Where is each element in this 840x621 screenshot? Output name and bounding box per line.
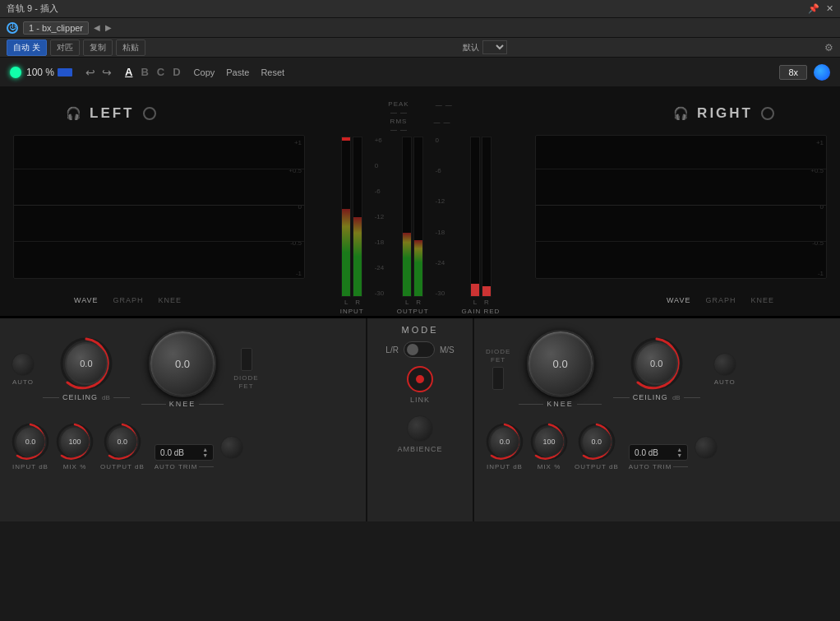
copy-btn[interactable]: 复制 (83, 39, 113, 56)
ab-btn-b[interactable]: B (141, 66, 148, 78)
left-knee-btn[interactable]: KNEE (159, 296, 182, 304)
default-select[interactable] (482, 40, 507, 54)
right-diode-btn[interactable] (492, 367, 504, 390)
rms-dash-l: — (390, 126, 397, 133)
right-input-knob: 0.0 INPUT dB (486, 423, 524, 470)
center-controls: MODE L/R M/S LINK AMBIENCE (366, 318, 474, 521)
right-output-label: OUTPUT dB (575, 463, 619, 470)
auto-off-btn[interactable]: 自动 关 (7, 39, 47, 56)
right-fet-label: FET (491, 356, 505, 364)
right-auto-trim-input[interactable]: 0.0 dB ▲ ▼ (629, 444, 688, 461)
left-fet-label: FET (238, 382, 253, 390)
toolbar2: 自动 关 对匹 复制 粘贴 默认 ⚙ (0, 38, 840, 58)
close-icon[interactable]: ✕ (826, 3, 833, 14)
ambience-label: AMBIENCE (397, 445, 442, 453)
output-meter-group: 0 -6 -12 -18 -24 -30 L R OUTPUT (397, 137, 429, 315)
reset-action-btn[interactable]: Reset (261, 67, 284, 77)
left-output-value: 0.0 (118, 438, 128, 446)
mode-toggle-switch[interactable] (404, 341, 435, 358)
left-channel-header: 🎧 LEFT (66, 105, 156, 122)
right-knee-btn[interactable]: KNEE (750, 296, 774, 304)
undo-redo-group: ↩ ↪ (85, 66, 112, 79)
left-knee-label: KNEE (169, 400, 196, 408)
right-input-value: 0.0 (500, 438, 510, 446)
paste-btn[interactable]: 粘贴 (116, 39, 145, 56)
plugin-header: 100 % ↩ ↪ A B C D Copy Paste Reset 8x (0, 58, 840, 87)
left-headphone-icon: 🎧 (66, 106, 81, 121)
power-on-indicator[interactable] (10, 67, 21, 78)
redo-btn[interactable]: ↪ (102, 66, 112, 79)
left-auto-trim: 0.0 dB ▲ ▼ AUTO TRIM (155, 444, 215, 470)
controls-section: AUTO 0.0 CEILING (0, 317, 840, 521)
left-controls: AUTO 0.0 CEILING (0, 318, 366, 521)
gainred-label: GAIN RED (462, 308, 501, 315)
mode-toggle-row: L/R M/S (385, 341, 454, 358)
left-wave-btn[interactable]: WAVE (74, 296, 99, 304)
left-knee-knob[interactable]: 0.0 (149, 330, 216, 397)
gainred-meter-group: L R GAIN RED (462, 137, 501, 315)
rms-r-dash: — (433, 118, 440, 126)
pin-icon[interactable]: 📌 (808, 3, 819, 14)
right-channel-header: 🎧 RIGHT (673, 105, 774, 122)
power-icon[interactable]: ⏻ (7, 22, 18, 34)
right-wave-btn[interactable]: WAVE (667, 296, 691, 304)
right-graph-btn[interactable]: GRAPH (705, 296, 736, 304)
lr-label: L/R (385, 345, 399, 355)
right-ceiling-knob[interactable]: 0.0 (630, 336, 684, 391)
rms-r-dash2: — (443, 118, 450, 126)
arrow-left-icon[interactable]: ◀ (94, 23, 100, 32)
left-auto-trim-value: 0.0 dB (160, 448, 199, 457)
ambience-knob[interactable] (407, 415, 433, 442)
paste-action-btn[interactable]: Paste (226, 67, 249, 77)
left-auto-trim-input[interactable]: 0.0 dB ▲ ▼ (155, 444, 214, 461)
right-knee-wrap: 0.0 KNEE (519, 330, 602, 408)
left-auto-label: AUTO (12, 378, 34, 386)
left-diode-btn[interactable] (241, 348, 252, 371)
left-power-btn[interactable] (143, 107, 156, 120)
left-auto-btn[interactable] (12, 353, 35, 376)
left-input-knob: 0.0 INPUT dB (12, 423, 49, 470)
left-ceiling-unit: dB (102, 394, 110, 401)
settings-icon[interactable]: ⚙ (824, 42, 833, 53)
left-knee-wrap: 0.0 KNEE (141, 330, 224, 408)
arrow-right-icon[interactable]: ▶ (105, 23, 112, 32)
ab-btn-a[interactable]: A (125, 66, 132, 78)
left-auto-trim-label: AUTO TRIM (155, 463, 198, 470)
left-ceiling-knob[interactable]: 0.0 (59, 336, 113, 391)
right-knee-knob[interactable]: 0.0 (527, 330, 594, 397)
globe-icon[interactable] (814, 64, 830, 81)
match-btn[interactable]: 对匹 (50, 39, 80, 56)
rms-dash-r: — (400, 126, 407, 133)
right-output-value: 0.0 (592, 438, 602, 446)
left-channel-name: LEFT (90, 105, 135, 122)
center-vu: PEAK — — — — (330, 100, 510, 315)
peak-dash-l: — (390, 109, 397, 116)
right-extra-knob[interactable] (695, 436, 718, 459)
right-auto-trim-value: 0.0 dB (635, 448, 673, 457)
right-mix-value: 100 (542, 438, 555, 446)
right-knee-label: KNEE (547, 400, 574, 408)
link-label: LINK (410, 396, 430, 404)
left-auto-knob: AUTO (12, 353, 35, 386)
left-ceiling-label: CEILING (62, 393, 98, 401)
right-ceiling-wrap: 0.0 CEILING dB (613, 336, 700, 401)
left-graph-btn[interactable]: GRAPH (113, 296, 144, 304)
link-btn[interactable] (407, 366, 433, 392)
ab-btn-c[interactable]: C (157, 66, 164, 78)
right-input-label: INPUT dB (487, 463, 523, 470)
right-output-knob: 0.0 OUTPUT dB (575, 423, 619, 470)
toolbar1: ⏻ 1 - bx_clipper ◀ ▶ (0, 18, 840, 38)
ab-btn-d[interactable]: D (173, 66, 180, 78)
left-mix-label: MIX % (63, 463, 87, 470)
copy-action-btn[interactable]: Copy (194, 67, 215, 77)
right-auto-label: AUTO (714, 378, 736, 386)
multi-btn[interactable]: 8x (779, 65, 807, 80)
left-mix-knob: 100 MIX % (56, 423, 94, 470)
undo-btn[interactable]: ↩ (85, 66, 95, 79)
right-diode-label: DIODE (486, 348, 510, 355)
left-extra-knob[interactable] (220, 436, 243, 459)
peak-r-dash: — (436, 101, 442, 109)
right-power-btn[interactable] (761, 107, 774, 120)
track-label[interactable]: 1 - bx_clipper (23, 21, 89, 35)
right-auto-btn[interactable] (713, 353, 736, 376)
